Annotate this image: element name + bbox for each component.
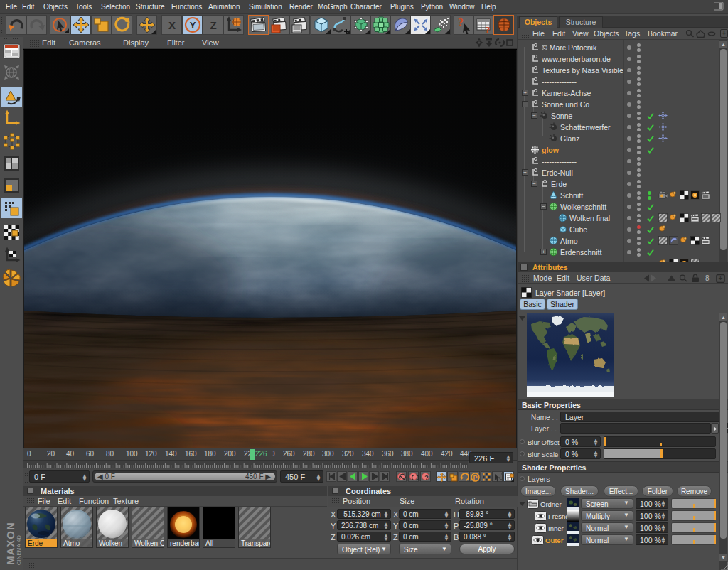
svg-text:?: ? (458, 16, 464, 28)
svg-text:CINEMA 4D: CINEMA 4D (16, 535, 21, 565)
svg-text:?: ? (486, 24, 491, 34)
svg-text:Y: Y (190, 20, 196, 31)
svg-text:P: P (473, 474, 477, 481)
svg-text:MAXON: MAXON (4, 522, 16, 565)
svg-text:Z: Z (210, 19, 216, 31)
svg-text:+: + (719, 274, 723, 282)
svg-text:?: ? (424, 474, 429, 481)
svg-text:X: X (168, 19, 176, 31)
svg-text:8: 8 (705, 274, 710, 282)
